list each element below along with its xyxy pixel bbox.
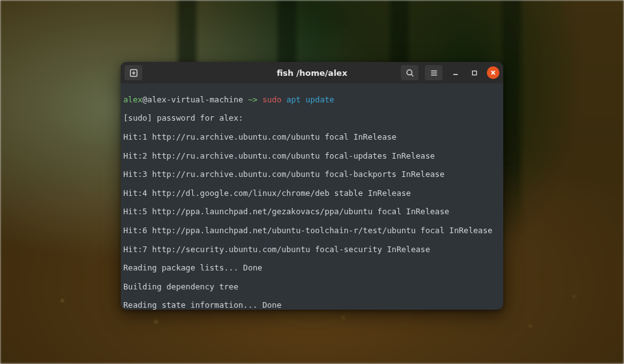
terminal-window: fish /home/alex xyxy=(121,62,503,310)
output-line: Hit:1 http://ru.archive.ubuntu.com/ubunt… xyxy=(123,133,501,142)
svg-point-3 xyxy=(407,70,412,75)
output-line: Hit:5 http://ppa.launchpad.net/gezakovac… xyxy=(123,207,501,217)
output-line: Hit:4 http://dl.google.com/linux/chrome/… xyxy=(123,189,501,198)
svg-line-4 xyxy=(411,74,413,76)
output-line: Hit:3 http://ru.archive.ubuntu.com/ubunt… xyxy=(123,170,501,179)
search-button[interactable] xyxy=(401,65,419,80)
prompt-at: @ xyxy=(142,95,147,104)
close-icon xyxy=(491,70,496,75)
window-titlebar[interactable]: fish /home/alex xyxy=(121,62,503,83)
output-line: Reading state information... Done xyxy=(123,301,501,310)
search-icon xyxy=(405,68,415,78)
hamburger-icon xyxy=(429,68,439,78)
output-line: Reading package lists... Done xyxy=(123,264,501,273)
prompt-sep: ~> xyxy=(243,95,262,104)
output-line: Building dependency tree xyxy=(123,282,501,292)
maximize-icon xyxy=(472,70,477,76)
output-line: Hit:7 http://security.ubuntu.com/ubuntu … xyxy=(123,245,501,255)
maximize-button[interactable] xyxy=(468,66,480,79)
cmd-sudo: sudo xyxy=(262,95,281,104)
close-button[interactable] xyxy=(487,66,499,79)
minimize-icon xyxy=(453,70,458,76)
terminal-output[interactable]: alex@alex-virtual-machine ~> sudo apt up… xyxy=(121,83,503,310)
new-tab-button[interactable] xyxy=(125,65,142,80)
prompt-host: alex-virtual-machine xyxy=(147,95,243,104)
prompt-user: alex xyxy=(123,95,142,104)
hamburger-menu-button[interactable] xyxy=(425,65,443,80)
cmd-sp xyxy=(281,95,286,104)
svg-rect-9 xyxy=(472,71,476,75)
minimize-button[interactable] xyxy=(449,66,462,79)
new-tab-icon xyxy=(129,68,138,78)
cmd-rest: apt update xyxy=(286,95,334,104)
output-line: Hit:2 http://ru.archive.ubuntu.com/ubunt… xyxy=(123,152,501,161)
output-line: Hit:6 http://ppa.launchpad.net/ubuntu-to… xyxy=(123,226,501,236)
output-line: [sudo] password for alex: xyxy=(123,114,501,123)
prompt-line: alex@alex-virtual-machine ~> sudo apt up… xyxy=(123,95,501,105)
